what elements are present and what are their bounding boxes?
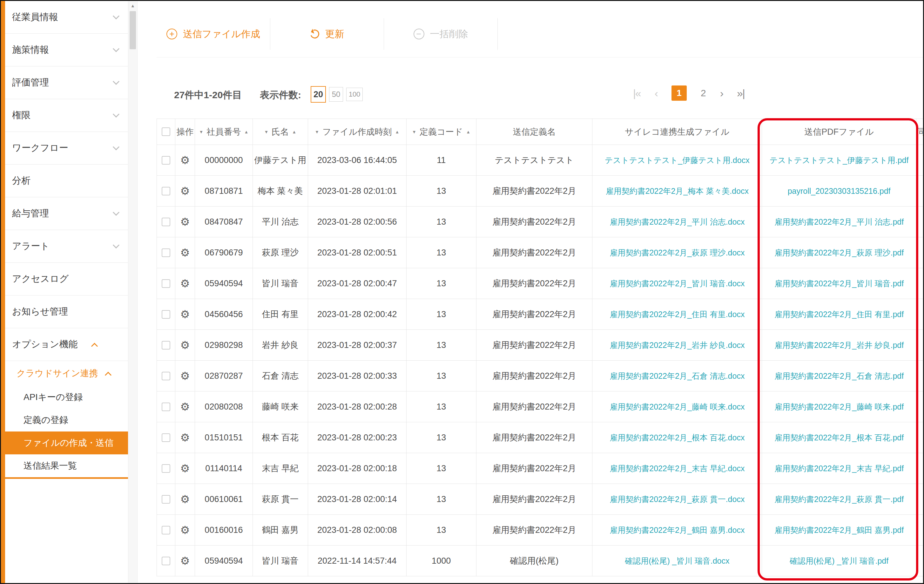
page-size-100-button[interactable]: 100	[346, 88, 363, 101]
gear-icon[interactable]: ⚙	[180, 247, 190, 258]
sidebar-item-permissions[interactable]: 権限	[5, 99, 128, 132]
header-employee-number[interactable]: ▼ 社員番号 ▲	[195, 119, 253, 145]
header-file-created-time[interactable]: ▼ ファイル作成時刻 ▲	[308, 119, 407, 145]
select-all-checkbox[interactable]	[162, 127, 170, 136]
create-send-file-button[interactable]: 送信ファイル作成	[157, 18, 270, 50]
row-checkbox[interactable]	[162, 218, 170, 226]
pdf-file-link[interactable]: payroll_20230303135216.pdf	[788, 187, 891, 196]
pdf-file-link[interactable]: 雇用契約書2022年2月_石倉 清志.pdf	[774, 371, 904, 381]
row-checkbox[interactable]	[162, 248, 170, 257]
sidebar-item-evaluation-management[interactable]: 評価管理	[5, 66, 128, 99]
sort-asc-icon[interactable]: ▲	[292, 129, 296, 134]
filter-icon[interactable]: ▼	[412, 129, 416, 134]
first-page-button[interactable]: |«	[633, 87, 641, 99]
pdf-file-link[interactable]: 雇用契約書2022年2月_岩井 紗良.pdf	[774, 340, 904, 351]
gear-icon[interactable]: ⚙	[180, 217, 190, 227]
docx-file-link[interactable]: 雇用契約書2022年2月_鶴田 嘉男.docx	[610, 525, 744, 535]
docx-file-link[interactable]: 雇用契約書2022年2月_皆川 瑞音.docx	[610, 278, 744, 289]
refresh-button[interactable]: 更新	[270, 18, 384, 50]
pdf-file-link[interactable]: 雇用契約書2022年2月_萩原 貫一.pdf	[774, 494, 904, 505]
pdf-file-link[interactable]: 雇用契約書2022年2月_根本 百花.pdf	[774, 432, 904, 443]
docx-file-link[interactable]: 雇用契約書2022年2月_岩井 紗良.docx	[610, 340, 744, 351]
row-checkbox[interactable]	[162, 279, 170, 288]
docx-file-link[interactable]: 雇用契約書2022年2月_住田 有里.docx	[610, 309, 744, 319]
row-checkbox[interactable]	[162, 402, 170, 411]
pdf-file-link[interactable]: 確認用(松尾) _皆川 瑞音.pdf	[790, 556, 888, 566]
sidebar-item-payroll-management[interactable]: 給与管理	[5, 197, 128, 230]
row-checkbox[interactable]	[162, 526, 170, 534]
sidebar-item-measures-info[interactable]: 施策情報	[5, 34, 128, 66]
row-checkbox[interactable]	[162, 372, 170, 381]
pdf-file-link[interactable]: 雇用契約書2022年2月_鶴田 嘉男.pdf	[774, 525, 904, 535]
docx-file-link[interactable]: テストテストテスト_伊藤テスト用.docx	[605, 155, 750, 165]
pdf-file-link[interactable]: 雇用契約書2022年2月_末吉 早紀.pdf	[774, 463, 904, 474]
pdf-file-link[interactable]: 雇用契約書2022年2月_平川 治志.pdf	[774, 217, 904, 227]
sidebar-item-notice-management[interactable]: お知らせ管理	[5, 296, 128, 328]
row-checkbox[interactable]	[162, 341, 170, 349]
scrollbar-up-arrow-icon[interactable]: ▲	[128, 1, 137, 10]
filter-icon[interactable]: ▼	[199, 129, 204, 134]
row-checkbox[interactable]	[162, 433, 170, 442]
gear-icon[interactable]: ⚙	[180, 185, 190, 196]
gear-icon[interactable]: ⚙	[180, 309, 190, 319]
filter-icon[interactable]: ▼	[315, 129, 319, 134]
row-checkbox[interactable]	[162, 557, 170, 565]
pdf-file-link[interactable]: 雇用契約書2022年2月_住田 有里.pdf	[774, 309, 904, 319]
docx-file-link[interactable]: 雇用契約書2022年2月_石倉 清志.docx	[610, 371, 744, 381]
docx-file-link[interactable]: 雇用契約書2022年2月_平川 治志.docx	[610, 217, 744, 227]
sidebar-item-cloudsign-integration[interactable]: クラウドサイン連携	[5, 361, 128, 386]
sidebar-item-workflow[interactable]: ワークフロー	[5, 132, 128, 165]
gear-icon[interactable]: ⚙	[180, 278, 190, 289]
docx-file-link[interactable]: 雇用契約書2022年2月_萩原 貫一.docx	[610, 494, 744, 505]
sidebar-scrollbar[interactable]: ▲	[128, 1, 137, 583]
docx-file-link[interactable]: 雇用契約書2022年2月_藤崎 咲来.docx	[610, 402, 744, 412]
sidebar-item-access-log[interactable]: アクセスログ	[5, 263, 128, 296]
row-checkbox[interactable]	[162, 156, 170, 165]
sidebar-item-alerts[interactable]: アラート	[5, 230, 128, 263]
sidebar-item-file-create-send[interactable]: ファイルの作成・送信	[5, 432, 128, 454]
sidebar-item-analysis[interactable]: 分析	[5, 165, 128, 197]
pdf-file-link[interactable]: 雇用契約書2022年2月_藤崎 咲来.pdf	[774, 402, 904, 412]
gear-icon[interactable]: ⚙	[180, 432, 190, 443]
sidebar-item-api-key-registration[interactable]: APIキーの登録	[5, 386, 128, 409]
next-page-button[interactable]: ›	[720, 87, 723, 99]
header-name[interactable]: ▼ 氏名 ▲	[253, 119, 308, 145]
gear-icon[interactable]: ⚙	[180, 371, 190, 381]
page-1-button-current[interactable]: 1	[672, 86, 687, 101]
pdf-file-link[interactable]: テストテストテスト_伊藤テスト用.pdf	[770, 155, 909, 165]
last-page-button[interactable]: »|	[737, 87, 744, 99]
pdf-file-link[interactable]: 雇用契約書2022年2月_皆川 瑞音.pdf	[774, 278, 904, 289]
docx-file-link[interactable]: 雇用契約書2022年2月_根本 百花.docx	[610, 432, 744, 443]
sidebar-item-definition-registration[interactable]: 定義の登録	[5, 409, 128, 432]
page-2-button[interactable]: 2	[701, 88, 706, 99]
gear-icon[interactable]: ⚙	[180, 556, 190, 566]
gear-icon[interactable]: ⚙	[180, 155, 190, 165]
bulk-delete-button[interactable]: 一括削除	[384, 18, 498, 50]
page-size-50-button[interactable]: 50	[329, 87, 343, 102]
gear-icon[interactable]: ⚙	[180, 463, 190, 474]
sort-asc-icon[interactable]: ▲	[395, 129, 399, 134]
filter-icon[interactable]: ▼	[264, 129, 268, 134]
gear-icon[interactable]: ⚙	[180, 524, 190, 535]
row-checkbox[interactable]	[162, 187, 170, 195]
gear-icon[interactable]: ⚙	[180, 401, 190, 412]
row-checkbox[interactable]	[162, 310, 170, 319]
sort-asc-icon[interactable]: ▲	[466, 129, 470, 134]
pdf-file-link[interactable]: 雇用契約書2022年2月_萩原 理沙.pdf	[774, 248, 904, 258]
sidebar-item-employee-info[interactable]: 従業員情報	[5, 1, 128, 34]
sidebar-item-optional-features[interactable]: オプション機能	[5, 328, 128, 361]
gear-icon[interactable]: ⚙	[180, 494, 190, 505]
docx-file-link[interactable]: 雇用契約書2022年2月_末吉 早紀.docx	[610, 463, 744, 474]
docx-file-link[interactable]: 雇用契約書2022年2月_萩原 理沙.docx	[610, 248, 744, 258]
docx-file-link[interactable]: 雇用契約書2022年2月_梅本 菜々美.docx	[606, 186, 749, 196]
scrollbar-thumb[interactable]	[130, 11, 136, 49]
row-checkbox[interactable]	[162, 495, 170, 504]
gear-icon[interactable]: ⚙	[180, 340, 190, 351]
sidebar-item-send-results[interactable]: 送信結果一覧	[5, 454, 128, 477]
sort-asc-icon[interactable]: ▲	[244, 129, 248, 134]
page-size-20-button[interactable]: 20	[311, 86, 326, 103]
docx-file-link[interactable]: 確認用(松尾) _皆川 瑞音.docx	[625, 556, 729, 566]
prev-page-button[interactable]: ‹	[655, 87, 657, 99]
row-checkbox[interactable]	[162, 464, 170, 473]
header-definition-code[interactable]: ▼ 定義コード ▲	[407, 119, 477, 145]
